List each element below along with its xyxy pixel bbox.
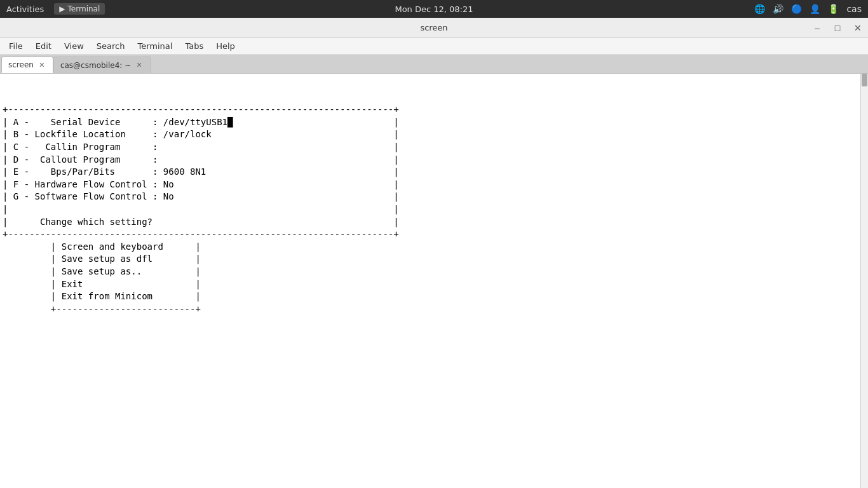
menu-terminal[interactable]: Terminal xyxy=(131,40,179,52)
terminal-taskbar-icon: ▶ xyxy=(59,4,65,13)
tab-cas[interactable]: cas@csmobile4: ~ ✕ xyxy=(53,57,151,73)
maximize-button[interactable]: □ xyxy=(827,18,848,38)
close-button[interactable]: ✕ xyxy=(848,18,868,38)
tab-screen-label: screen xyxy=(8,60,34,69)
tab-screen-close[interactable]: ✕ xyxy=(37,60,46,69)
menu-edit[interactable]: Edit xyxy=(29,40,58,52)
terminal-content: +---------------------------------------… xyxy=(0,74,868,488)
taskbar-terminal[interactable]: ▶ Terminal xyxy=(54,3,105,15)
window-title: screen xyxy=(420,23,447,32)
window-titlebar: screen – □ ✕ xyxy=(0,18,868,38)
network-icon[interactable]: 🌐 xyxy=(754,4,765,14)
menu-search[interactable]: Search xyxy=(90,40,132,52)
terminal-screen[interactable]: +---------------------------------------… xyxy=(0,74,860,488)
menu-view[interactable]: View xyxy=(58,40,90,52)
activities-button[interactable]: Activities xyxy=(6,4,44,14)
window-controls: – □ ✕ xyxy=(807,18,868,37)
menu-bar: File Edit View Search Terminal Tabs Help xyxy=(0,38,868,55)
menu-file[interactable]: File xyxy=(3,40,29,52)
scrollbar[interactable] xyxy=(860,74,868,488)
terminal-taskbar-label: Terminal xyxy=(68,4,100,13)
tab-cas-label: cas@csmobile4: ~ xyxy=(60,61,131,70)
user-icon[interactable]: 👤 xyxy=(810,4,820,14)
system-bar-left: Activities ▶ Terminal xyxy=(6,3,105,15)
menu-help[interactable]: Help xyxy=(210,40,241,52)
minimize-button[interactable]: – xyxy=(807,18,827,38)
system-tray: 🌐 🔊 🔵 👤 🔋 cas xyxy=(754,4,862,14)
volume-icon[interactable]: 🔊 xyxy=(773,4,783,14)
scrollbar-thumb[interactable] xyxy=(862,74,867,86)
tab-cas-close[interactable]: ✕ xyxy=(135,61,144,70)
system-datetime: Mon Dec 12, 08:21 xyxy=(395,4,473,14)
tab-screen[interactable]: screen ✕ xyxy=(1,57,53,73)
system-bar: Activities ▶ Terminal Mon Dec 12, 08:21 … xyxy=(0,0,868,18)
terminal-window: screen – □ ✕ File Edit View Search Termi… xyxy=(0,18,868,488)
tabs-bar: screen ✕ cas@csmobile4: ~ ✕ xyxy=(0,55,868,74)
username-label: cas xyxy=(846,4,862,14)
battery-icon[interactable]: 🔋 xyxy=(828,4,839,14)
menu-tabs[interactable]: Tabs xyxy=(179,40,210,52)
bluetooth-icon[interactable]: 🔵 xyxy=(791,4,802,14)
